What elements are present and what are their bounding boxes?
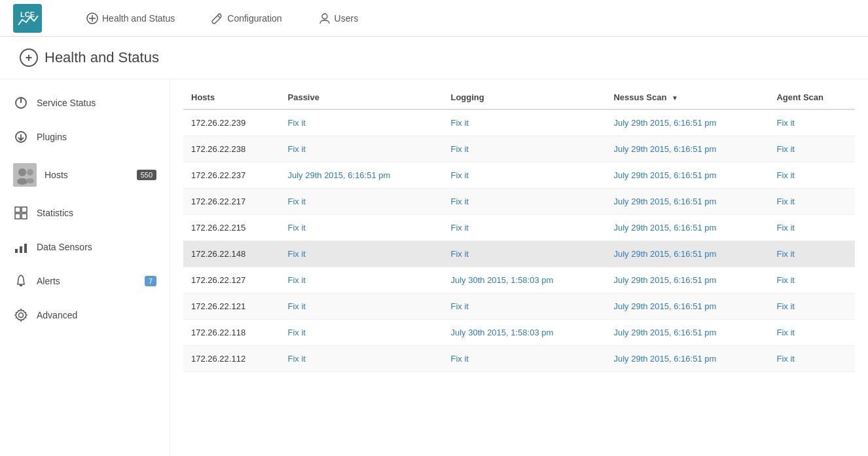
cell-logging[interactable]: July 30th 2015, 1:58:03 pm bbox=[443, 267, 606, 294]
cell-nessus[interactable]: July 29th 2015, 6:16:51 pm bbox=[606, 241, 769, 267]
nav-users[interactable]: Users bbox=[314, 10, 364, 27]
nessus-link[interactable]: July 29th 2015, 6:16:51 pm bbox=[613, 197, 716, 206]
agent-link[interactable]: Fix it bbox=[776, 144, 794, 154]
logging-link[interactable]: Fix it bbox=[450, 197, 468, 206]
cell-agent[interactable]: Fix it bbox=[769, 241, 855, 267]
nessus-link[interactable]: July 29th 2015, 6:16:51 pm bbox=[613, 328, 716, 337]
main-layout: Service Status Plugins bbox=[0, 79, 868, 456]
cell-passive[interactable]: Fix it bbox=[280, 346, 443, 372]
svg-rect-18 bbox=[15, 214, 20, 219]
cell-logging[interactable]: July 30th 2015, 1:58:03 pm bbox=[443, 320, 606, 346]
col-nessus-scan[interactable]: Nessus Scan ▼ bbox=[606, 86, 769, 109]
passive-link[interactable]: Fix it bbox=[288, 144, 306, 154]
cell-nessus[interactable]: July 29th 2015, 6:16:51 pm bbox=[606, 267, 769, 294]
logging-link[interactable]: Fix it bbox=[450, 354, 468, 364]
agent-link[interactable]: Fix it bbox=[776, 301, 794, 311]
cell-agent[interactable]: Fix it bbox=[769, 109, 855, 136]
nav-configuration[interactable]: Configuration bbox=[206, 10, 287, 27]
sidebar-item-plugins[interactable]: Plugins bbox=[0, 120, 170, 154]
sidebar-item-hosts[interactable]: Hosts 550 bbox=[0, 154, 170, 196]
nessus-link[interactable]: July 29th 2015, 6:16:51 pm bbox=[613, 144, 716, 154]
cell-passive[interactable]: Fix it bbox=[280, 109, 443, 136]
cell-nessus[interactable]: July 29th 2015, 6:16:51 pm bbox=[606, 162, 769, 189]
logging-link[interactable]: Fix it bbox=[450, 301, 468, 311]
sidebar-item-statistics[interactable]: Statistics bbox=[0, 196, 170, 230]
cell-nessus[interactable]: July 29th 2015, 6:16:51 pm bbox=[606, 109, 769, 136]
nessus-link[interactable]: July 29th 2015, 6:16:51 pm bbox=[613, 275, 716, 285]
svg-rect-0 bbox=[13, 4, 42, 33]
agent-link[interactable]: Fix it bbox=[776, 328, 794, 337]
sidebar-data-sensors-label: Data Sensors bbox=[37, 242, 92, 252]
cell-agent[interactable]: Fix it bbox=[769, 215, 855, 241]
nessus-link[interactable]: July 29th 2015, 6:16:51 pm bbox=[613, 354, 716, 364]
cell-nessus[interactable]: July 29th 2015, 6:16:51 pm bbox=[606, 320, 769, 346]
nessus-link[interactable]: July 29th 2015, 6:16:51 pm bbox=[613, 170, 716, 180]
nessus-link[interactable]: July 29th 2015, 6:16:51 pm bbox=[613, 118, 716, 128]
passive-link[interactable]: Fix it bbox=[288, 275, 306, 285]
cell-logging[interactable]: Fix it bbox=[443, 109, 606, 136]
sidebar-item-service-status[interactable]: Service Status bbox=[0, 86, 170, 120]
col-passive: Passive bbox=[280, 86, 443, 109]
cell-agent[interactable]: Fix it bbox=[769, 320, 855, 346]
agent-link[interactable]: Fix it bbox=[776, 170, 794, 180]
cell-logging[interactable]: Fix it bbox=[443, 241, 606, 267]
agent-link[interactable]: Fix it bbox=[776, 197, 794, 206]
passive-link[interactable]: July 29th 2015, 6:16:51 pm bbox=[288, 170, 391, 180]
passive-link[interactable]: Fix it bbox=[288, 118, 306, 128]
cell-logging[interactable]: Fix it bbox=[443, 136, 606, 162]
cell-nessus[interactable]: July 29th 2015, 6:16:51 pm bbox=[606, 189, 769, 215]
nav-health-status[interactable]: Health and Status bbox=[81, 10, 180, 27]
cell-logging[interactable]: Fix it bbox=[443, 215, 606, 241]
cell-logging[interactable]: Fix it bbox=[443, 189, 606, 215]
cell-passive[interactable]: Fix it bbox=[280, 189, 443, 215]
logging-link[interactable]: July 30th 2015, 1:58:03 pm bbox=[450, 328, 553, 337]
cell-passive[interactable]: Fix it bbox=[280, 267, 443, 294]
agent-link[interactable]: Fix it bbox=[776, 354, 794, 364]
nessus-link[interactable]: July 29th 2015, 6:16:51 pm bbox=[613, 301, 716, 311]
cell-passive[interactable]: Fix it bbox=[280, 320, 443, 346]
cell-passive[interactable]: Fix it bbox=[280, 241, 443, 267]
nessus-link[interactable]: July 29th 2015, 6:16:51 pm bbox=[613, 249, 716, 259]
agent-link[interactable]: Fix it bbox=[776, 118, 794, 128]
logging-link[interactable]: Fix it bbox=[450, 249, 468, 259]
agent-link[interactable]: Fix it bbox=[776, 223, 794, 233]
cell-nessus[interactable]: July 29th 2015, 6:16:51 pm bbox=[606, 215, 769, 241]
agent-link[interactable]: Fix it bbox=[776, 249, 794, 259]
passive-link[interactable]: Fix it bbox=[288, 223, 306, 233]
cell-agent[interactable]: Fix it bbox=[769, 267, 855, 294]
passive-link[interactable]: Fix it bbox=[288, 328, 306, 337]
cell-agent[interactable]: Fix it bbox=[769, 189, 855, 215]
cell-passive[interactable]: July 29th 2015, 6:16:51 pm bbox=[280, 162, 443, 189]
sidebar-item-advanced[interactable]: Advanced bbox=[0, 298, 170, 332]
logging-link[interactable]: Fix it bbox=[450, 170, 468, 180]
nav-users-label: Users bbox=[335, 13, 359, 24]
nessus-link[interactable]: July 29th 2015, 6:16:51 pm bbox=[613, 223, 716, 233]
cell-nessus[interactable]: July 29th 2015, 6:16:51 pm bbox=[606, 294, 769, 320]
logging-link[interactable]: July 30th 2015, 1:58:03 pm bbox=[450, 275, 553, 285]
logging-link[interactable]: Fix it bbox=[450, 118, 468, 128]
agent-link[interactable]: Fix it bbox=[776, 275, 794, 285]
logging-link[interactable]: Fix it bbox=[450, 144, 468, 154]
cell-nessus[interactable]: July 29th 2015, 6:16:51 pm bbox=[606, 346, 769, 372]
sidebar-item-alerts[interactable]: Alerts 7 bbox=[0, 264, 170, 298]
cell-agent[interactable]: Fix it bbox=[769, 136, 855, 162]
cell-logging[interactable]: Fix it bbox=[443, 294, 606, 320]
cell-passive[interactable]: Fix it bbox=[280, 136, 443, 162]
sidebar-hosts-label: Hosts bbox=[45, 170, 68, 180]
app-logo: LCE bbox=[13, 4, 42, 33]
cell-logging[interactable]: Fix it bbox=[443, 162, 606, 189]
sidebar: Service Status Plugins bbox=[0, 79, 170, 456]
cell-agent[interactable]: Fix it bbox=[769, 294, 855, 320]
passive-link[interactable]: Fix it bbox=[288, 197, 306, 206]
cell-nessus[interactable]: July 29th 2015, 6:16:51 pm bbox=[606, 136, 769, 162]
passive-link[interactable]: Fix it bbox=[288, 354, 306, 364]
cell-agent[interactable]: Fix it bbox=[769, 162, 855, 189]
cell-logging[interactable]: Fix it bbox=[443, 346, 606, 372]
cell-agent[interactable]: Fix it bbox=[769, 346, 855, 372]
cell-passive[interactable]: Fix it bbox=[280, 294, 443, 320]
cell-passive[interactable]: Fix it bbox=[280, 215, 443, 241]
passive-link[interactable]: Fix it bbox=[288, 301, 306, 311]
sidebar-item-data-sensors[interactable]: Data Sensors bbox=[0, 230, 170, 264]
passive-link[interactable]: Fix it bbox=[288, 249, 306, 259]
logging-link[interactable]: Fix it bbox=[450, 223, 468, 233]
